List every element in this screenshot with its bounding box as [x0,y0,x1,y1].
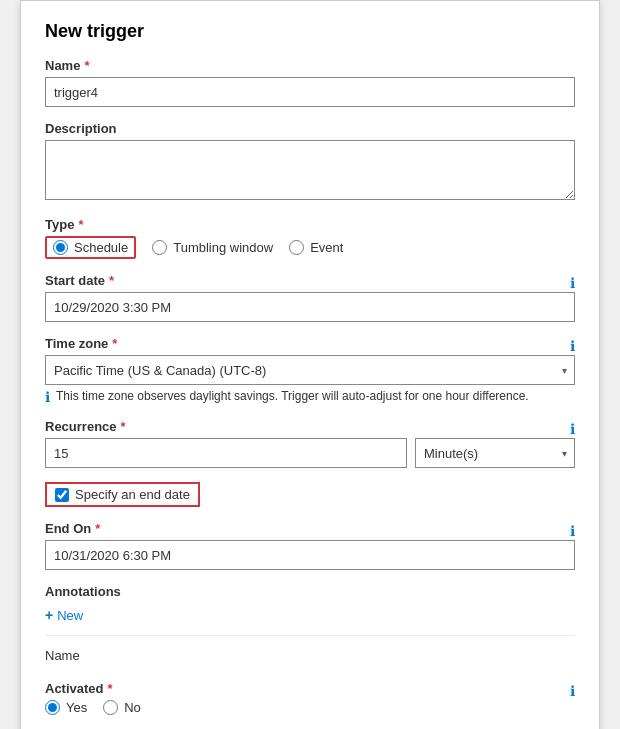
name-input[interactable] [45,77,575,107]
name-required-indicator: * [84,58,89,73]
recurrence-field-group: Recurrence * ℹ Second(s) Minute(s) Hour(… [45,419,575,468]
start-date-input[interactable] [45,292,575,322]
activated-option-no[interactable]: No [103,700,141,715]
type-radio-event-label: Event [310,240,343,255]
specify-end-date-wrapper[interactable]: Specify an end date [45,482,200,507]
recurrence-unit-wrapper: Second(s) Minute(s) Hour(s) Day(s) Week(… [415,438,575,468]
type-option-tumbling[interactable]: Tumbling window [152,240,273,255]
time-zone-info-text: ℹ This time zone observes daylight savin… [45,389,575,405]
info-circle-icon: ℹ [45,389,50,405]
activated-label: Activated * [45,681,113,696]
plus-icon: + [45,607,53,623]
activated-info-icon[interactable]: ℹ [570,683,575,699]
annotations-new-label: New [57,608,83,623]
type-radio-schedule[interactable] [53,240,68,255]
specify-end-date-label: Specify an end date [75,487,190,502]
start-date-field-group: Start date * ℹ [45,273,575,322]
end-on-required-indicator: * [95,521,100,536]
description-label: Description [45,121,575,136]
time-zone-field-group: Time zone * ℹ Pacific Time (US & Canada)… [45,336,575,405]
time-zone-select-wrapper: Pacific Time (US & Canada) (UTC-8) Easte… [45,355,575,385]
specify-end-date-group: Specify an end date [45,482,575,507]
recurrence-info-icon[interactable]: ℹ [570,421,575,437]
end-on-label: End On * [45,521,100,536]
end-on-label-row: End On * ℹ [45,521,575,540]
activated-required-indicator: * [108,681,113,696]
activated-yes-label: Yes [66,700,87,715]
name-field-group: Name * [45,58,575,107]
recurrence-row: Second(s) Minute(s) Hour(s) Day(s) Week(… [45,438,575,468]
time-zone-label: Time zone * [45,336,117,351]
recurrence-unit-select[interactable]: Second(s) Minute(s) Hour(s) Day(s) Week(… [415,438,575,468]
type-radio-tumbling-label: Tumbling window [173,240,273,255]
end-on-info-icon[interactable]: ℹ [570,523,575,539]
annotations-name-column: Name [45,644,575,667]
annotations-new-button[interactable]: + New [45,603,575,627]
type-label: Type * [45,217,575,232]
activated-radio-no[interactable] [103,700,118,715]
time-zone-select[interactable]: Pacific Time (US & Canada) (UTC-8) Easte… [45,355,575,385]
activated-option-yes[interactable]: Yes [45,700,87,715]
type-radio-schedule-label: Schedule [74,240,128,255]
recurrence-every-wrapper [45,438,407,468]
recurrence-required-indicator: * [121,419,126,434]
type-option-schedule[interactable]: Schedule [45,236,136,259]
annotations-divider [45,635,575,636]
activated-no-label: No [124,700,141,715]
end-on-field-group: End On * ℹ [45,521,575,570]
activated-row: Activated * ℹ [45,681,575,700]
end-on-input[interactable] [45,540,575,570]
time-zone-info-icon[interactable]: ℹ [570,338,575,354]
activated-radio-group: Yes No [45,700,575,715]
description-input[interactable] [45,140,575,200]
new-trigger-dialog: New trigger Name * Description Type * Sc… [20,0,600,729]
type-required-indicator: * [78,217,83,232]
activated-radio-yes[interactable] [45,700,60,715]
type-radio-tumbling[interactable] [152,240,167,255]
description-field-group: Description [45,121,575,203]
time-zone-required-indicator: * [112,336,117,351]
type-option-event[interactable]: Event [289,240,343,255]
type-field-group: Type * Schedule Tumbling window Event [45,217,575,259]
recurrence-label: Recurrence * [45,419,126,434]
recurrence-label-row: Recurrence * ℹ [45,419,575,438]
annotations-group: Annotations + New Name [45,584,575,667]
start-date-label-row: Start date * ℹ [45,273,575,292]
time-zone-label-row: Time zone * ℹ [45,336,575,355]
start-date-label: Start date * [45,273,114,288]
activated-group: Activated * ℹ Yes No [45,681,575,715]
start-date-required-indicator: * [109,273,114,288]
name-label: Name * [45,58,575,73]
type-radio-group: Schedule Tumbling window Event [45,236,575,259]
annotations-label: Annotations [45,584,575,599]
recurrence-every-input[interactable] [45,438,407,468]
start-date-info-icon[interactable]: ℹ [570,275,575,291]
dialog-title: New trigger [45,21,575,42]
type-radio-event[interactable] [289,240,304,255]
specify-end-date-checkbox[interactable] [55,488,69,502]
